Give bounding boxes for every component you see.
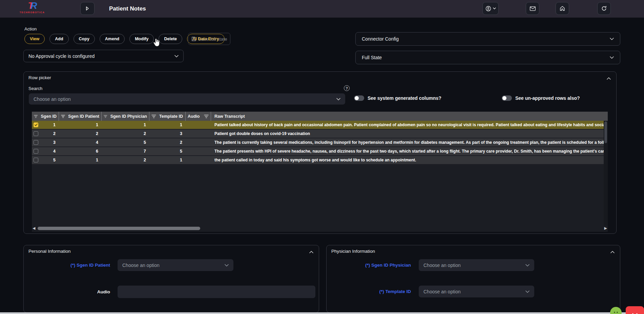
personal-info-title: Personal Information: [28, 249, 71, 254]
scroll-left-icon[interactable]: ◀: [33, 226, 35, 231]
chevron-down-icon: [225, 264, 229, 267]
vertical-scroll-thumb[interactable]: [604, 121, 607, 143]
cell-sgen-id-physician: 2: [102, 156, 149, 164]
sgen-id-patient-select[interactable]: Choose an option: [118, 259, 233, 271]
chevron-down-icon: [525, 290, 529, 293]
chevron-up-icon: [607, 77, 611, 80]
cell-sgen-id-patient: 2: [59, 130, 102, 138]
chevron-down-icon: [336, 98, 340, 100]
brand-name: TECHROBOTICA: [14, 11, 51, 14]
row-checkbox[interactable]: [34, 122, 38, 127]
bot-face-icon: [612, 310, 619, 314]
cell-sgen-id: 2: [53, 131, 56, 136]
toggle-knob: [355, 96, 359, 100]
action-copy-button[interactable]: Copy: [74, 34, 95, 44]
cell-raw-transcript: The patient is currently taking several …: [211, 138, 608, 147]
table-row[interactable]: 5 1 2 1 the patient called in today and …: [32, 156, 608, 165]
chevron-up-icon: [610, 251, 615, 253]
column-header-sgen-id-patient: Sgen ID Patient: [59, 112, 102, 121]
cell-sgen-id: 1: [53, 122, 56, 127]
cell-audio: [186, 138, 211, 147]
sidebar-toggle-button[interactable]: [80, 2, 95, 15]
column-header-audio: Audio: [186, 112, 211, 121]
toggle-system-columns[interactable]: See system generated columns?: [354, 95, 441, 101]
chevron-down-icon: [493, 7, 496, 9]
personal-info-collapse-button[interactable]: [309, 249, 313, 255]
table-row[interactable]: 4 6 7 5 The patient presents with HPI of…: [32, 147, 608, 156]
search-select[interactable]: Choose an option: [29, 93, 345, 105]
chevron-down-icon: [525, 264, 529, 267]
chat-squiggle-icon: [630, 312, 640, 314]
brand-letter-r: R: [30, 1, 37, 11]
action-delete-button[interactable]: Delete: [159, 34, 182, 44]
row-checkbox[interactable]: [34, 158, 38, 162]
toggle-track[interactable]: [354, 95, 364, 101]
filter-icon[interactable]: [34, 114, 38, 118]
physician-info-panel: Physician Information (*) Sgen ID Physic…: [326, 245, 620, 313]
physician-info-collapse-button[interactable]: [610, 249, 615, 255]
mail-icon: [530, 6, 536, 11]
action-view-button[interactable]: View: [24, 34, 45, 44]
sgen-id-physician-select[interactable]: Choose an option: [419, 259, 534, 271]
action-modify-button[interactable]: Modify: [129, 34, 154, 44]
cell-sgen-id-patient: 6: [59, 147, 102, 155]
home-button[interactable]: [556, 2, 569, 15]
mail-button[interactable]: [526, 2, 539, 15]
personal-info-panel: Personal Information (*) Sgen ID Patient…: [23, 245, 319, 313]
brand-mark: TR: [14, 1, 51, 11]
user-menu-button[interactable]: [482, 2, 499, 15]
row-picker-collapse-button[interactable]: [607, 75, 611, 81]
scroll-right-icon[interactable]: ▶: [604, 226, 607, 231]
row-checkbox[interactable]: [34, 131, 38, 136]
cell-audio: [186, 121, 211, 129]
filter-icon[interactable]: [204, 114, 209, 118]
filter-icon[interactable]: [151, 114, 156, 118]
filter-icon[interactable]: [104, 114, 107, 118]
full-state-accordion[interactable]: Full State: [355, 51, 620, 64]
refresh-button[interactable]: [597, 2, 611, 15]
cell-raw-transcript: The patient presents with HPI of severe …: [211, 147, 608, 155]
template-id-select[interactable]: Choose an option: [419, 286, 534, 297]
audio-input[interactable]: [118, 286, 315, 298]
search-label: Search: [28, 86, 42, 91]
action-add-button[interactable]: Add: [49, 34, 68, 44]
horizontal-scroll-thumb[interactable]: [38, 227, 200, 230]
chevron-down-icon: [610, 38, 614, 40]
help-icon[interactable]: ?: [344, 85, 350, 91]
chevron-down-icon: [174, 55, 179, 58]
cell-sgen-id: 3: [53, 140, 56, 145]
home-icon: [560, 6, 565, 11]
row-checkbox[interactable]: [34, 140, 38, 145]
column-header-sgen-id: Sgen ID: [32, 112, 59, 121]
physician-info-title: Physician Information: [331, 249, 375, 254]
table-row[interactable]: 2 2 2 3 Patient got double doses on covi…: [32, 130, 608, 138]
approval-cycle-select[interactable]: No Approval cycle is configured: [23, 50, 184, 62]
column-header-template-id: Template ID: [149, 112, 186, 121]
cell-sgen-id-physician: 2: [102, 130, 149, 138]
horizontal-scrollbar[interactable]: ◀ ▶: [32, 226, 608, 231]
column-header-sgen-id-physician: Sgen ID Physician: [102, 112, 149, 121]
cell-sgen-id-patient: 1: [59, 121, 102, 129]
row-picker-table: Sgen ID Sgen ID Patient Sgen ID Physicia…: [32, 112, 608, 232]
app-header: TR TECHROBOTICA Patient Notes: [0, 0, 644, 18]
row-checkbox[interactable]: [34, 149, 38, 154]
table-row[interactable]: 3 4 5 2 The patient is currently taking …: [32, 138, 608, 147]
chat-widget-button[interactable]: [626, 306, 644, 314]
filter-icon[interactable]: [61, 114, 65, 118]
table-row[interactable]: 1 1 1 1 Patient talked about history of …: [32, 121, 608, 130]
cell-sgen-id-physician: 5: [102, 138, 149, 147]
save-full-state-button[interactable]: Save full state: [188, 33, 230, 45]
audio-label: Audio: [24, 289, 110, 294]
action-amend-button[interactable]: Amend: [100, 34, 125, 44]
toggle-track[interactable]: [502, 95, 512, 101]
cell-template-id: 2: [149, 138, 186, 147]
page-bottom-scrollbar[interactable]: [0, 312, 644, 314]
cell-raw-transcript: Patient got double doses on covid-19 vac…: [211, 130, 608, 138]
sgen-id-physician-label: (*) Sgen ID Physician: [327, 263, 411, 268]
vertical-scrollbar[interactable]: [604, 121, 608, 226]
cell-raw-transcript: the patient called in today and said his…: [211, 156, 608, 164]
row-picker-panel: Row picker Search ? Choose an option See…: [23, 71, 617, 234]
save-icon: [191, 37, 196, 41]
connector-config-accordion[interactable]: Connector Config: [355, 32, 620, 46]
toggle-unapproved-rows[interactable]: See un-approved rows also?: [502, 95, 580, 101]
